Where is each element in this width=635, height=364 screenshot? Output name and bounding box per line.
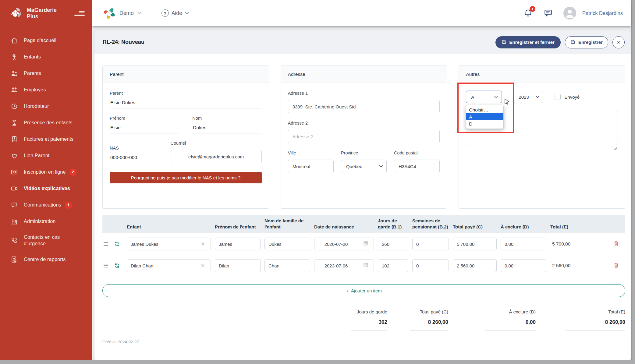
postal-code-input[interactable]: [394, 160, 440, 173]
totals-row: Jours de garde 362 Total payé (C) 8 260,…: [102, 309, 625, 330]
chevron-down-icon: [536, 96, 539, 98]
row-total-value: 2 560,00: [550, 263, 609, 268]
drag-handle-icon[interactable]: [102, 242, 110, 246]
user-name[interactable]: Patrick Desjardins: [582, 10, 623, 16]
child-lastname-input[interactable]: [264, 259, 310, 272]
sidebar-item-employes[interactable]: Employés: [0, 82, 92, 98]
sync-icon[interactable]: [114, 262, 123, 269]
sidebar-item-factures[interactable]: Factures et paiements: [0, 131, 92, 147]
email-input[interactable]: [171, 150, 262, 163]
org-selector[interactable]: Démo: [103, 7, 141, 19]
add-item-button[interactable]: + Ajouter un item: [102, 284, 625, 297]
parent-name-input[interactable]: [110, 100, 262, 108]
boarding-weeks-input[interactable]: [412, 259, 449, 272]
total-paid-input[interactable]: [453, 238, 497, 250]
birthdate-field: [314, 259, 374, 272]
lastname-input[interactable]: [192, 125, 261, 133]
close-button[interactable]: ✕: [612, 36, 625, 48]
sidebar-toggle-icon[interactable]: [74, 11, 85, 16]
save-button[interactable]: Enregistrer: [565, 36, 608, 48]
calendar-button[interactable]: [358, 260, 374, 272]
sidebar-item-videos[interactable]: Vidéos explicatives: [0, 180, 92, 197]
address2-input[interactable]: [288, 130, 440, 143]
delete-row-button[interactable]: [613, 262, 625, 269]
others-panel-title: Autres: [459, 66, 625, 83]
birthdate-input[interactable]: [314, 238, 358, 250]
birthdate-input[interactable]: [314, 260, 358, 272]
sent-checkbox-label: Envoyé: [564, 94, 580, 100]
total-excluded: À exclure (D) 0,00: [485, 309, 536, 330]
building-icon: [10, 217, 18, 225]
care-days-input[interactable]: [378, 238, 408, 250]
sidebar-item-page-accueil[interactable]: Page d'accueil: [0, 32, 92, 49]
sidebar-item-centre-rapports[interactable]: Centre de rapports: [0, 251, 92, 268]
close-icon: ✕: [617, 40, 621, 45]
sync-icon[interactable]: [114, 241, 123, 247]
sidebar-item-enfants[interactable]: Enfants: [0, 49, 92, 65]
messages-icon[interactable]: [543, 8, 553, 18]
brand: MaGarderie Plus: [0, 0, 92, 26]
address1-input[interactable]: [288, 100, 440, 113]
nas-help-button[interactable]: Pourquoi ne puis-je pas modifier le NAS …: [110, 172, 262, 183]
plus-icon: +: [346, 288, 349, 293]
child-name-input[interactable]: [127, 238, 195, 250]
province-select[interactable]: Québec: [341, 160, 387, 173]
card-header: RL-24: Nouveau Enregistrer et fermer Enr…: [94, 30, 631, 54]
year-select[interactable]: 2023: [513, 91, 543, 103]
app-window: MaGarderie Plus Page d'accueil Enfants P…: [0, 0, 631, 360]
child-name-input[interactable]: [127, 260, 195, 272]
drag-handle-icon[interactable]: [102, 264, 110, 267]
dropdown-option-a[interactable]: A: [466, 113, 503, 120]
nas-label: NAS: [110, 146, 161, 150]
firstname-input[interactable]: [110, 125, 179, 133]
report-icon: [10, 256, 18, 263]
birthdate-field: [314, 238, 374, 250]
total-paid-input[interactable]: [453, 259, 497, 272]
total-care-days: Jours de garde 362: [351, 309, 387, 330]
excluded-input[interactable]: [501, 259, 546, 272]
panels-row: Parent Parent Prénom: [102, 65, 625, 209]
invoice-icon: [10, 135, 18, 143]
save-icon: [570, 39, 576, 45]
address-panel-title: Adresse: [281, 66, 447, 83]
resize-grip-icon[interactable]: [613, 146, 617, 150]
city-input[interactable]: [288, 160, 334, 173]
city-label: Ville: [288, 150, 334, 155]
sidebar-item-lien-parent[interactable]: Lien Parent: [0, 147, 92, 164]
help-menu[interactable]: ? Aide: [161, 9, 189, 17]
sidebar-item-administration[interactable]: Administration: [0, 213, 92, 230]
nas-input[interactable]: [110, 155, 161, 163]
col-jours: Jours de garde (B.1): [378, 218, 408, 230]
dropdown-option-d[interactable]: D: [466, 120, 503, 127]
sidebar-item-inscription[interactable]: Inscription en ligne 2: [0, 164, 92, 180]
boarding-weeks-input[interactable]: [412, 238, 449, 250]
sidebar-item-contacts-urgence[interactable]: Contacts en cas d'urgence: [0, 230, 92, 251]
total-e: Total (E) 8 260,00: [566, 309, 625, 330]
child-icon: [10, 53, 18, 61]
notifications-bell-icon[interactable]: 1: [523, 8, 533, 18]
dropdown-option-choisir[interactable]: Choisir…: [466, 106, 503, 113]
delete-row-button[interactable]: [613, 240, 625, 248]
child-firstname-input[interactable]: [215, 259, 261, 272]
topbar-actions: 1 Patrick Desjardins: [523, 7, 623, 19]
save-and-close-button[interactable]: Enregistrer et fermer: [495, 36, 561, 48]
type-select[interactable]: A: [466, 91, 502, 103]
calendar-button[interactable]: [358, 238, 374, 250]
badge: 2: [69, 169, 76, 176]
children-table: Enfant Prénom de l'enfant Nom de famille…: [102, 215, 625, 297]
sidebar-item-communications[interactable]: Communications 1: [0, 197, 92, 213]
video-camera-icon: [10, 185, 18, 193]
child-firstname-input[interactable]: [215, 238, 261, 250]
type-select-dropdown: Choisir… A D: [466, 105, 504, 129]
clear-child-button[interactable]: ✕: [195, 238, 211, 250]
user-avatar[interactable]: [563, 7, 576, 19]
sidebar-item-horodateur[interactable]: Horodateur: [0, 98, 92, 115]
sidebar-item-presence[interactable]: Présence des enfants: [0, 115, 92, 131]
care-days-input[interactable]: [378, 259, 408, 272]
child-lastname-input[interactable]: [264, 238, 310, 250]
clear-child-button[interactable]: ✕: [195, 260, 211, 272]
sidebar-item-parents[interactable]: Parents: [0, 65, 92, 82]
excluded-input[interactable]: [501, 238, 546, 250]
sent-checkbox[interactable]: [555, 94, 561, 100]
calendar-icon: [363, 240, 369, 248]
